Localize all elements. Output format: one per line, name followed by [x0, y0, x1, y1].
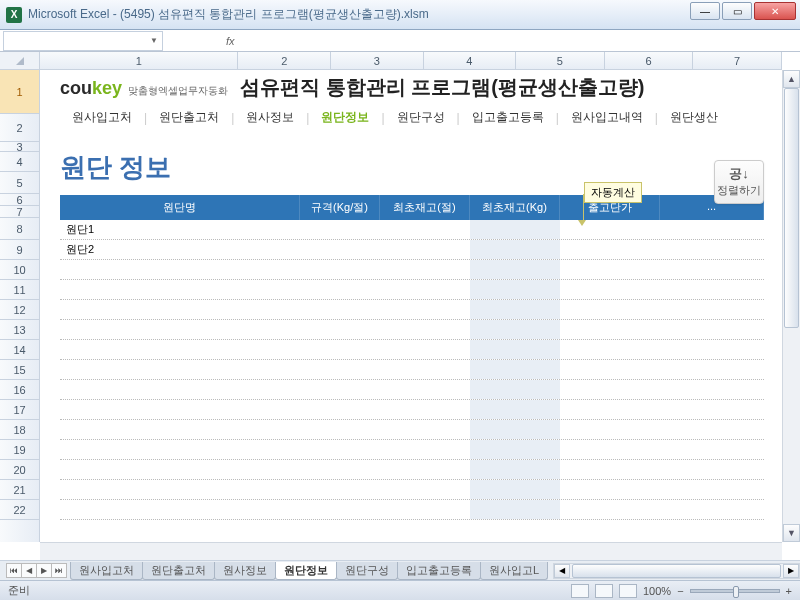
zoom-slider[interactable]	[690, 589, 780, 593]
row-header[interactable]: 11	[0, 280, 39, 300]
scroll-thumb[interactable]	[784, 88, 799, 328]
sheet-tab[interactable]: 원단구성	[336, 562, 398, 580]
sheet-tab[interactable]: 원단출고처	[142, 562, 215, 580]
auto-calc-callout: 자동계산	[584, 182, 642, 203]
row-header[interactable]: 3	[0, 142, 39, 152]
nav-item[interactable]: 원사입고내역	[559, 109, 655, 126]
table-row[interactable]	[60, 420, 764, 440]
table-row[interactable]	[60, 340, 764, 360]
vertical-scrollbar[interactable]: ▲ ▼	[782, 70, 800, 542]
table-row[interactable]	[60, 400, 764, 420]
row-header[interactable]: 2	[0, 114, 39, 142]
status-bar: 준비 100% − +	[0, 580, 800, 600]
sheet-prev-icon[interactable]: ◀	[21, 563, 37, 578]
scroll-down-icon[interactable]: ▼	[783, 524, 800, 542]
table-row[interactable]	[60, 260, 764, 280]
row-header[interactable]: 16	[0, 380, 39, 400]
maximize-button[interactable]: ▭	[722, 2, 752, 20]
nav-item[interactable]: 원단출고처	[147, 109, 231, 126]
table-row[interactable]	[60, 460, 764, 480]
table-row[interactable]	[60, 320, 764, 340]
sheet-tab[interactable]: 원사입고처	[70, 562, 143, 580]
row-header[interactable]: 21	[0, 480, 39, 500]
hscroll-thumb[interactable]	[572, 564, 781, 578]
row-header[interactable]: 15	[0, 360, 39, 380]
row-header[interactable]: 9	[0, 240, 39, 260]
horizontal-scrollbar-space	[40, 542, 782, 560]
zoom-label: 100%	[643, 585, 671, 597]
row-header[interactable]: 7	[0, 206, 39, 218]
sheet-tab[interactable]: 원사정보	[214, 562, 276, 580]
row-header[interactable]: 5	[0, 172, 39, 194]
table-row[interactable]	[60, 280, 764, 300]
close-button[interactable]: ✕	[754, 2, 796, 20]
table-row[interactable]	[60, 300, 764, 320]
row-header[interactable]: 4	[0, 152, 39, 172]
column-header[interactable]: 4	[424, 52, 517, 69]
row-headers[interactable]: 12345678910111213141516171819202122	[0, 70, 40, 542]
sheet-next-icon[interactable]: ▶	[36, 563, 52, 578]
select-all-corner[interactable]	[0, 52, 40, 70]
view-layout-button[interactable]	[595, 584, 613, 598]
column-header[interactable]: 2	[238, 52, 331, 69]
view-normal-button[interactable]	[571, 584, 589, 598]
row-header[interactable]: 12	[0, 300, 39, 320]
status-ready: 준비	[8, 583, 30, 598]
table-row[interactable]: 원단2	[60, 240, 764, 260]
scroll-left-icon[interactable]: ◀	[554, 564, 570, 578]
window-title: Microsoft Excel - (5495) 섬유편직 통합관리 프로그램(…	[28, 6, 429, 23]
sheet-tab[interactable]: 원단정보	[275, 562, 337, 580]
table-body: 원단1원단2	[60, 220, 764, 520]
column-header[interactable]: 6	[605, 52, 694, 69]
table-row[interactable]	[60, 480, 764, 500]
table-row[interactable]: 원단1	[60, 220, 764, 240]
table-column-header: 최초재고(절)	[380, 195, 470, 220]
column-header[interactable]: 3	[331, 52, 424, 69]
nav-item[interactable]: 원단구성	[385, 109, 457, 126]
sheet-tab[interactable]: 입고출고등록	[397, 562, 481, 580]
nav-menu: 원사입고처|원단출고처|원사정보|원단정보|원단구성|입고출고등록|원사입고내역…	[60, 109, 782, 126]
row-header[interactable]: 13	[0, 320, 39, 340]
horizontal-scrollbar[interactable]: ◀ ▶	[553, 563, 800, 579]
column-header[interactable]: 1	[40, 52, 238, 69]
scroll-right-icon[interactable]: ▶	[783, 564, 799, 578]
row-header[interactable]: 17	[0, 400, 39, 420]
nav-item[interactable]: 원사정보	[234, 109, 306, 126]
nav-item[interactable]: 원단정보	[309, 109, 381, 126]
nav-item[interactable]: 원단생산	[658, 109, 730, 126]
row-header[interactable]: 1	[0, 70, 39, 114]
logo-tagline: 맞춤형엑셀업무자동화	[128, 84, 228, 98]
column-headers[interactable]: 1234567	[40, 52, 782, 70]
nav-item[interactable]: 입고출고등록	[460, 109, 556, 126]
row-header[interactable]: 20	[0, 460, 39, 480]
fx-label[interactable]: fx	[226, 35, 235, 47]
table-column-header: 최초재고(Kg)	[470, 195, 560, 220]
sheet-tabs-bar: ⏮ ◀ ▶ ⏭ 원사입고처원단출고처원사정보원단정보원단구성입고출고등록원사입고…	[0, 560, 800, 580]
minimize-button[interactable]: —	[690, 2, 720, 20]
sheet-first-icon[interactable]: ⏮	[6, 563, 22, 578]
table-row[interactable]	[60, 360, 764, 380]
sheet-tab[interactable]: 원사입고L	[480, 562, 548, 580]
row-header[interactable]: 8	[0, 218, 39, 240]
row-header[interactable]: 6	[0, 194, 39, 206]
row-header[interactable]: 18	[0, 420, 39, 440]
zoom-out-button[interactable]: −	[677, 585, 683, 597]
dropdown-icon[interactable]: ▼	[150, 36, 158, 45]
view-break-button[interactable]	[619, 584, 637, 598]
name-box[interactable]: ▼	[3, 31, 163, 51]
table-row[interactable]	[60, 440, 764, 460]
sheet-last-icon[interactable]: ⏭	[51, 563, 67, 578]
row-header[interactable]: 22	[0, 500, 39, 520]
zoom-in-button[interactable]: +	[786, 585, 792, 597]
sort-button[interactable]: 공↓ 정렬하기	[714, 160, 764, 204]
nav-item[interactable]: 원사입고처	[60, 109, 144, 126]
column-header[interactable]: 7	[693, 52, 782, 69]
scroll-up-icon[interactable]: ▲	[783, 70, 800, 88]
row-header[interactable]: 19	[0, 440, 39, 460]
worksheet-content[interactable]: coukey 맞춤형엑셀업무자동화 섬유편직 통합관리 프로그램(평균생산출고량…	[40, 70, 782, 542]
column-header[interactable]: 5	[516, 52, 605, 69]
table-row[interactable]	[60, 500, 764, 520]
table-row[interactable]	[60, 380, 764, 400]
row-header[interactable]: 14	[0, 340, 39, 360]
row-header[interactable]: 10	[0, 260, 39, 280]
